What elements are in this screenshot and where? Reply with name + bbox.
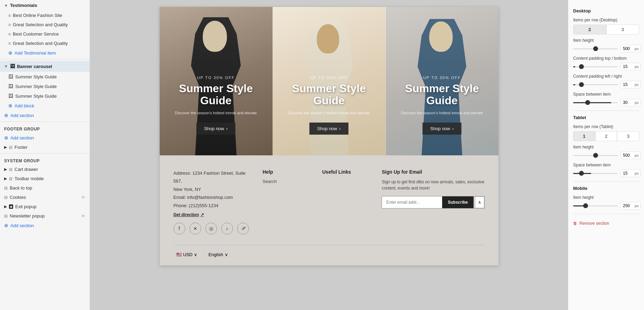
banner-item-2[interactable]: UP TO 30% OFF Summer Style Guide Discove… xyxy=(273,7,386,155)
banner-item-1[interactable]: UP TO 30% OFF Summer Style Guide Discove… xyxy=(160,7,273,155)
sidebar-item-newsletter-label: Newsletter popup xyxy=(10,213,45,219)
ipr-desktop-2-btn[interactable]: 2 xyxy=(573,25,606,35)
remove-section-btn[interactable]: 🗑 Remove section xyxy=(573,218,639,229)
footer-help-search-link[interactable]: Search xyxy=(263,179,308,184)
sidebar-item-best-online[interactable]: ≡ Best Online Fashion Site xyxy=(0,11,90,20)
sidebar-item-great-selection-1[interactable]: ≡ Great Selection and Quality xyxy=(0,20,90,29)
add-section-system-btn[interactable]: ⊕ Add section xyxy=(0,221,90,230)
footer-language-select[interactable]: English ∨ xyxy=(206,251,231,259)
item-height-tablet-slider[interactable] xyxy=(573,155,618,156)
social-instagram-icon[interactable]: ◎ xyxy=(205,223,217,234)
banner-2-subtitle: Discover the season's hottest trends and… xyxy=(278,110,380,116)
footer-currency-select[interactable]: 🇺🇸 USD ∨ xyxy=(174,251,200,259)
footer-email-input[interactable] xyxy=(382,196,442,208)
content-padding-tb-label: Content padding top / bottom xyxy=(573,56,639,61)
item-height-mobile-slider[interactable] xyxy=(573,205,618,206)
sidebar-item-summer-2[interactable]: 🖼 Summer Style Guide xyxy=(0,81,90,91)
footer-top: Address: 1234 Fashion Street, Suite 567,… xyxy=(174,169,485,234)
content-padding-tb-value-input[interactable] xyxy=(623,64,634,69)
plus-icon-footer-section: ⊕ xyxy=(4,135,8,141)
sidebar-item-toolbar-mobile[interactable]: ▶ ⊟ Toolbar mobile xyxy=(0,174,90,183)
banner-1-btn-label: Shop now xyxy=(204,126,224,131)
banner-3-shop-btn[interactable]: Shop now › xyxy=(422,123,461,135)
sidebar-group-testimonials[interactable]: ▼ Testimonials xyxy=(0,0,90,11)
space-between-tablet-label: Space between item xyxy=(573,163,639,167)
footer-signup-title: Sign Up for Email xyxy=(382,169,484,175)
banner-item-3[interactable]: UP TO 30% OFF Summer Style Guide Discove… xyxy=(386,7,498,155)
footer-chevron-up-btn[interactable]: ∧ xyxy=(475,196,484,208)
banner-2-shop-btn[interactable]: Shop now › xyxy=(309,123,348,135)
ipr-tablet-1-btn[interactable]: 1 xyxy=(573,131,595,141)
content-padding-tb-slider-row: px xyxy=(573,63,639,70)
sidebar-item-footer-label: Footer xyxy=(15,145,28,150)
mobile-section-title: Mobile xyxy=(573,186,639,191)
banner-1-shop-btn[interactable]: Shop now › xyxy=(196,123,235,135)
content-padding-lr-value-box: px xyxy=(620,81,641,88)
footer-direction-label: Get direction xyxy=(174,212,199,217)
cart-expand-arrow: ▶ xyxy=(4,167,7,172)
content-padding-tb-slider[interactable] xyxy=(573,66,618,67)
sidebar-group-banner-carousel[interactable]: ▼ 🖼 Banner carousel xyxy=(0,61,90,72)
item-height-desktop-value-input[interactable] xyxy=(623,46,634,51)
ipr-desktop-3-btn[interactable]: 3 xyxy=(606,25,640,35)
item-height-desktop-label: Item height xyxy=(573,38,639,43)
items-per-row-tablet-btns: 1 2 3 xyxy=(573,131,639,141)
collapse-arrow-testimonials: ▼ xyxy=(4,3,8,8)
footer-direction-link[interactable]: Get direction ↗ xyxy=(174,212,204,217)
item-height-desktop-slider[interactable] xyxy=(573,48,618,49)
sidebar-item-footer[interactable]: ▶ ⊟ Footer xyxy=(0,143,90,152)
space-between-tablet-value-input[interactable] xyxy=(623,171,634,176)
sidebar-item-newsletter-popup[interactable]: ⊟ Newsletter popup 👁 xyxy=(0,211,90,221)
space-between-desktop-value-box: px xyxy=(620,99,641,106)
exit-popup-icon: ■ xyxy=(9,204,13,209)
sidebar-item-summer-3-label: Summer Style Guide xyxy=(15,94,57,99)
add-section-btn-banner[interactable]: ⊕ Add section xyxy=(0,110,90,120)
item-height-mobile-slider-row: px xyxy=(573,202,639,210)
panel-divider-1 xyxy=(573,110,639,111)
space-between-tablet-slider[interactable] xyxy=(573,173,618,174)
banner-2-promo: UP TO 30% OFF xyxy=(278,76,380,80)
sidebar-group-banner-label: Banner carousel xyxy=(17,64,52,69)
sidebar-item-great-selection-2-label: Great Selection and Quality xyxy=(13,41,68,46)
footer-bottom: 🇺🇸 USD ∨ English ∨ xyxy=(174,245,485,259)
add-section-footer-btn[interactable]: ⊕ Add section xyxy=(0,133,90,143)
ipr-tablet-2-btn[interactable]: 2 xyxy=(595,131,617,141)
sidebar-item-cookies[interactable]: ⊟ Cookies 👁 xyxy=(0,193,90,202)
footer-address-line1: Address: 1234 Fashion Street, Suite 567, xyxy=(174,171,246,184)
content-padding-lr-slider[interactable] xyxy=(573,84,618,85)
space-between-desktop-slider[interactable] xyxy=(573,102,618,103)
social-pinterest-icon[interactable]: 𝒫 xyxy=(237,223,249,234)
add-testimonial-label: Add Testimonial item xyxy=(15,50,56,56)
collapse-arrow-banner: ▼ xyxy=(4,64,8,68)
add-testimonial-item-btn[interactable]: ⊕ Add Testimonial item xyxy=(0,48,90,58)
space-between-tablet-value-box: px xyxy=(620,169,641,177)
social-tiktok-icon[interactable]: ♪ xyxy=(221,223,233,234)
social-facebook-icon[interactable]: f xyxy=(174,223,185,234)
sidebar-item-summer-1[interactable]: 🖼 Summer Style Guide xyxy=(0,72,90,81)
ipr-tablet-3-btn[interactable]: 3 xyxy=(617,131,639,141)
footer-phone-label: Phone: xyxy=(174,203,188,208)
add-section-banner-label: Add section xyxy=(10,113,34,118)
add-section-footer-label: Add section xyxy=(10,135,34,141)
space-between-desktop-value-input[interactable] xyxy=(623,100,634,105)
footer-subscribe-btn[interactable]: Subscribe xyxy=(442,196,473,208)
social-twitter-icon[interactable]: ✕ xyxy=(189,223,201,234)
item-height-tablet-value-input[interactable] xyxy=(623,153,634,158)
item-height-mobile-value-input[interactable] xyxy=(623,203,634,208)
sidebar-item-best-online-label: Best Online Fashion Site xyxy=(13,13,62,18)
sidebar-item-back-to-top[interactable]: ⊟ Back to top xyxy=(0,183,90,193)
sidebar-item-summer-3[interactable]: 🖼 Summer Style Guide xyxy=(0,91,90,101)
space-between-desktop-slider-row: px xyxy=(573,99,639,106)
sidebar-item-back-to-top-label: Back to top xyxy=(10,185,32,191)
sidebar: ▼ Testimonials ≡ Best Online Fashion Sit… xyxy=(0,0,90,310)
sidebar-item-exit-popup[interactable]: ▶ ■ Exit popup xyxy=(0,202,90,211)
add-block-btn[interactable]: ⊕ Add block xyxy=(0,101,90,110)
footer-expand-arrow: ▶ xyxy=(4,145,7,149)
sidebar-item-summer-2-label: Summer Style Guide xyxy=(15,84,57,89)
item-height-tablet-label: Item height xyxy=(573,145,639,149)
sidebar-item-best-customer[interactable]: ≡ Best Customer Service xyxy=(0,29,90,39)
sidebar-item-cart-drawer[interactable]: ▶ ⊟ Cart drawer xyxy=(0,165,90,174)
sidebar-item-great-selection-2[interactable]: ≡ Great Selection and Quality xyxy=(0,39,90,48)
content-padding-lr-value-input[interactable] xyxy=(623,82,634,87)
footer-useful-links-title: Useful Links xyxy=(322,169,368,175)
